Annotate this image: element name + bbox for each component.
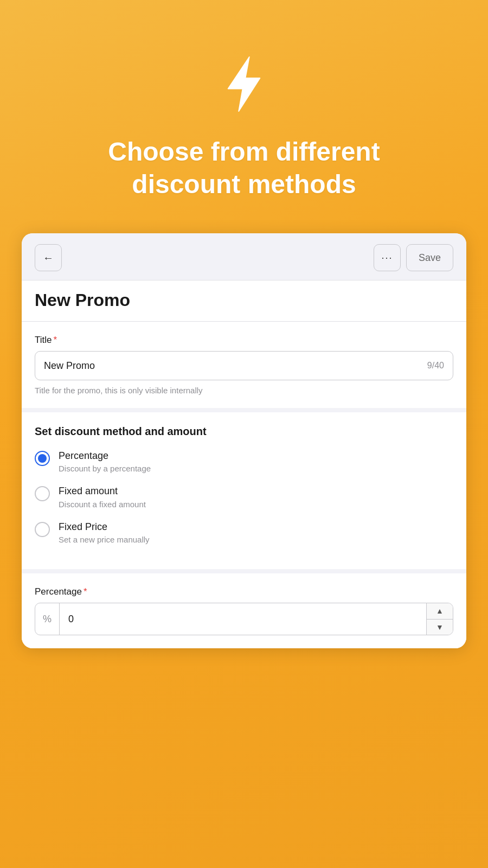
stepper-down-button[interactable]: ▼ (427, 620, 453, 635)
stepper-up-button[interactable]: ▲ (427, 603, 453, 620)
radio-label-fixed-price: Fixed Price (59, 521, 150, 533)
percentage-input-wrapper: % ▲ ▼ (35, 603, 453, 635)
radio-option-fixed-amount[interactable]: Fixed amount Discount a fixed amount (35, 485, 453, 508)
radio-label-percentage: Percentage (59, 450, 151, 462)
char-count: 9/40 (427, 361, 444, 371)
percentage-prefix: % (35, 603, 60, 635)
radio-text-percentage: Percentage Discount by a percentage (59, 450, 151, 473)
required-indicator: * (54, 335, 57, 345)
more-button[interactable]: ··· (374, 244, 401, 271)
page-title: New Promo (22, 280, 466, 322)
lightning-icon (222, 54, 266, 114)
back-button[interactable]: ← (35, 244, 62, 271)
main-card: ← ··· Save New Promo Title* 9/40 Title f… (22, 233, 466, 648)
radio-circle-percentage (35, 451, 50, 466)
discount-section-title: Set discount method and amount (35, 425, 453, 438)
radio-option-percentage[interactable]: Percentage Discount by a percentage (35, 450, 453, 473)
title-hint: Title for the promo, this is only visibl… (35, 386, 453, 395)
radio-desc-fixed-price: Set a new price manually (59, 535, 150, 544)
percentage-label: Percentage* (35, 586, 453, 597)
title-input-wrapper: 9/40 (35, 351, 453, 380)
title-input[interactable] (44, 360, 427, 372)
radio-option-fixed-price[interactable]: Fixed Price Set a new price manually (35, 521, 453, 544)
radio-circle-fixed-amount (35, 486, 50, 501)
radio-text-fixed-amount: Fixed amount Discount a fixed amount (59, 485, 146, 508)
header-actions: ··· Save (374, 244, 453, 271)
radio-text-fixed-price: Fixed Price Set a new price manually (59, 521, 150, 544)
hero-section: Choose from different discount methods (0, 0, 488, 233)
percentage-section: Percentage* % ▲ ▼ (22, 569, 466, 648)
discount-section: Set discount method and amount Percentag… (22, 412, 466, 569)
hero-title: Choose from different discount methods (108, 136, 380, 201)
save-button[interactable]: Save (406, 244, 453, 271)
percentage-required: * (84, 586, 87, 597)
radio-circle-fixed-price (35, 522, 50, 537)
card-header: ← ··· Save (22, 233, 466, 280)
percentage-input[interactable] (60, 614, 426, 625)
radio-desc-fixed-amount: Discount a fixed amount (59, 500, 146, 509)
stepper-buttons: ▲ ▼ (426, 603, 453, 635)
radio-label-fixed-amount: Fixed amount (59, 485, 146, 497)
title-label: Title* (35, 335, 453, 346)
radio-desc-percentage: Discount by a percentage (59, 464, 151, 473)
title-form-section: Title* 9/40 Title for the promo, this is… (22, 322, 466, 412)
